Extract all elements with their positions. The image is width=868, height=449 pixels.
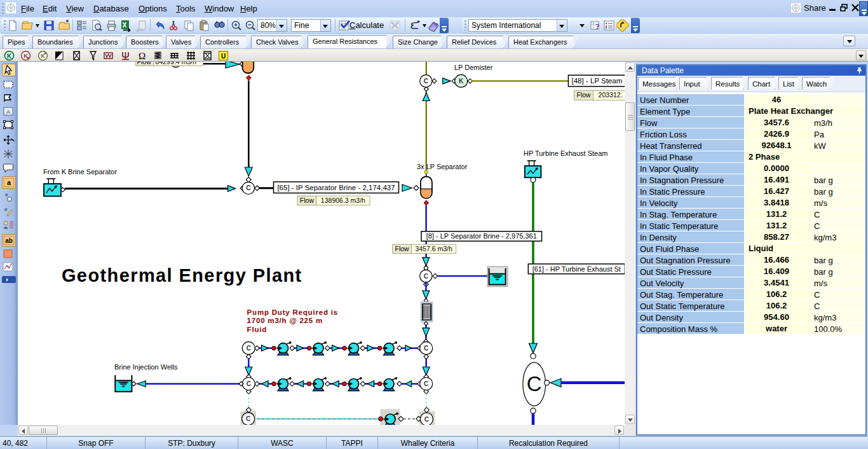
svg-text:Flow: Flow [137, 62, 152, 66]
svg-text:C: C [424, 345, 428, 352]
svg-text:3x LP Separator: 3x LP Separator [417, 163, 468, 170]
svg-text:A: A [6, 109, 10, 115]
svg-text:[65] - IP Separator Brine - 2,: [65] - IP Separator Brine - 2,174,437 [277, 184, 395, 191]
svg-text:#: # [4, 207, 8, 212]
svg-text:[61] - HP Turbine Exhaust St: [61] - HP Turbine Exhaust St [532, 265, 621, 273]
svg-text:Brine Injection Wells: Brine Injection Wells [114, 363, 178, 371]
svg-text:Pump Duty Required is: Pump Duty Required is [247, 308, 338, 316]
svg-text:Fluid: Fluid [247, 326, 267, 333]
svg-text:K: K [459, 78, 464, 85]
svg-text:1700 m3/h @ 225 m: 1700 m3/h @ 225 m [247, 317, 323, 324]
svg-text:Geothermal Energy Plant: Geothermal Energy Plant [62, 265, 302, 286]
svg-text:Flow: Flow [300, 197, 315, 204]
svg-text:?: ? [595, 22, 600, 31]
svg-text:Flow: Flow [577, 91, 592, 99]
svg-text:U: U [221, 53, 226, 60]
svg-text:ab: ab [5, 237, 13, 244]
svg-text:138906.3 m3/h: 138906.3 m3/h [321, 197, 365, 204]
svg-text:Ω: Ω [139, 51, 146, 61]
svg-text:a: a [7, 179, 11, 186]
svg-text:#: # [5, 192, 8, 198]
svg-text:C: C [246, 184, 250, 191]
svg-text:HP Turbine Exhaust Steam: HP Turbine Exhaust Steam [524, 149, 607, 157]
svg-text:C: C [247, 380, 251, 387]
svg-text:203312.: 203312. [599, 91, 623, 99]
svg-text:C: C [247, 345, 251, 352]
svg-text:C: C [424, 380, 428, 387]
svg-text:C: C [246, 415, 250, 422]
svg-text:C: C [424, 78, 428, 85]
svg-text:LP Demister: LP Demister [454, 64, 493, 71]
svg-text:From K Brine Separator: From K Brine Separator [43, 168, 117, 176]
svg-text:84299.4 m3/h: 84299.4 m3/h [156, 62, 196, 66]
svg-text:[48] - LP Steam -: [48] - LP Steam - [572, 77, 625, 85]
svg-text:C: C [424, 273, 428, 280]
svg-text:C: C [424, 416, 429, 423]
svg-text:Flow: Flow [395, 245, 410, 252]
svg-text:[8] - LP Separator Brine - 2,9: [8] - LP Separator Brine - 2,975,361 [426, 232, 537, 240]
svg-text:3457.6 m3/h: 3457.6 m3/h [415, 245, 452, 252]
svg-text:K: K [7, 53, 12, 60]
svg-text:C: C [527, 372, 542, 396]
